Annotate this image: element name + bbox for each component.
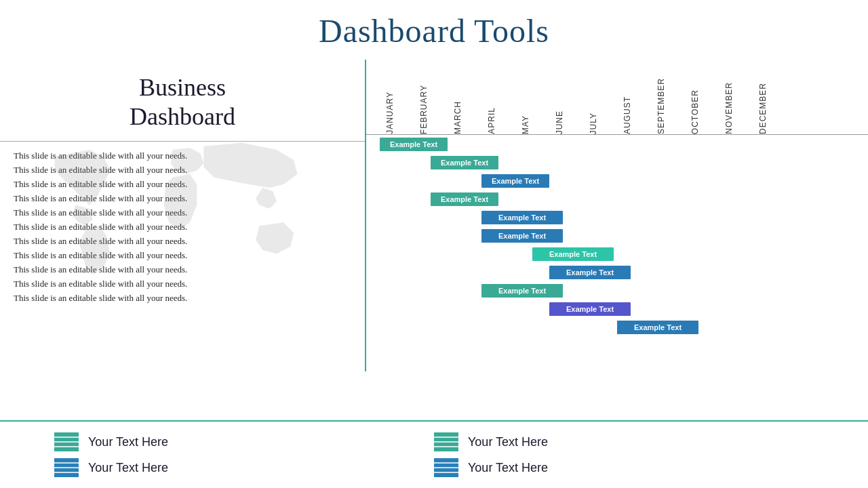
gantt-row: Example Text: [373, 318, 868, 336]
month-col: MARCH: [441, 60, 475, 134]
legend-item-1: Your Text Here: [54, 432, 434, 451]
blue-solid-icon: [434, 458, 458, 477]
teal-stripe-icon: [54, 432, 79, 451]
gantt-row: Example Text: [373, 171, 868, 190]
gantt-row: Example Text: [373, 245, 868, 263]
gantt-row: Example Text: [373, 153, 868, 171]
main-content: Business Dashboard This slide is an edit…: [0, 60, 868, 371]
legend-text-2: Your Text Here: [88, 461, 168, 475]
month-label: OCTOBER: [690, 87, 700, 134]
gantt-bar: Example Text: [549, 302, 631, 316]
month-headers: JANUARYFEBRUARYMARCHAPRILMAYJUNEJULYAUGU…: [366, 60, 868, 134]
month-col: AUGUST: [610, 60, 644, 134]
gantt-bar: Example Text: [549, 266, 631, 279]
legend-item-4: Your Text Here: [434, 458, 814, 477]
right-panel: JANUARYFEBRUARYMARCHAPRILMAYJUNEJULYAUGU…: [366, 60, 868, 371]
gantt-bar: Example Text: [532, 247, 614, 261]
month-label: JULY: [589, 110, 598, 134]
month-col: FEBRUARY: [407, 60, 441, 134]
month-col: SEPTEMBER: [644, 60, 678, 134]
month-label: FEBRUARY: [419, 82, 429, 134]
gantt-row: Example Text: [373, 281, 868, 300]
teal-solid-icon: [434, 432, 458, 451]
gantt-row: Example Text: [373, 208, 868, 226]
month-label: JANUARY: [385, 89, 395, 134]
gantt-row: Example Text: [373, 135, 868, 153]
legend-text-1: Your Text Here: [88, 435, 168, 449]
gantt-bar: Example Text: [431, 192, 498, 206]
gantt-row: Example Text: [373, 300, 868, 318]
bottom-section: Your Text Here Your Text Here Your Text …: [0, 420, 868, 488]
legend-text-3: Your Text Here: [468, 435, 548, 449]
gantt-bar: Example Text: [481, 229, 563, 243]
gantt-bar: Example Text: [481, 284, 563, 298]
legend-right: Your Text Here Your Text Here: [434, 432, 814, 477]
legend-item-2: Your Text Here: [54, 458, 434, 477]
month-col: JUNE: [542, 60, 576, 134]
month-col: JULY: [576, 60, 610, 134]
page-title: Dashboard Tools: [0, 0, 868, 56]
gantt-row: Example Text: [373, 263, 868, 281]
gantt-bar: Example Text: [617, 321, 698, 334]
month-col: MAY: [509, 60, 542, 134]
month-label: MARCH: [453, 98, 462, 134]
month-label: DECEMBER: [758, 80, 768, 134]
legend-item-3: Your Text Here: [434, 432, 814, 451]
month-col: DECEMBER: [746, 60, 780, 134]
world-map-bg: [34, 114, 346, 317]
gantt-bar: Example Text: [481, 174, 549, 188]
blue-stripe-icon: [54, 458, 79, 477]
month-col: APRIL: [475, 60, 509, 134]
gantt-bar: Example Text: [481, 211, 563, 224]
month-col: NOVEMBER: [712, 60, 746, 134]
gantt-bar: Example Text: [380, 138, 448, 151]
month-label: SEPTEMBER: [656, 75, 666, 134]
month-col: OCTOBER: [678, 60, 712, 134]
month-label: MAY: [521, 113, 530, 134]
month-label: JUNE: [555, 108, 564, 134]
gantt-bar: Example Text: [431, 156, 498, 169]
month-col: JANUARY: [373, 60, 407, 134]
gantt-row: Example Text: [373, 226, 868, 245]
month-label: NOVEMBER: [724, 79, 734, 134]
month-label: AUGUST: [623, 94, 632, 134]
left-panel: Business Dashboard This slide is an edit…: [0, 60, 366, 371]
legend-left: Your Text Here Your Text Here: [54, 432, 434, 477]
legend-text-4: Your Text Here: [468, 461, 548, 475]
month-label: APRIL: [487, 104, 496, 134]
gantt-row: Example Text: [373, 190, 868, 208]
gantt-area: Example TextExample TextExample TextExam…: [366, 134, 868, 336]
